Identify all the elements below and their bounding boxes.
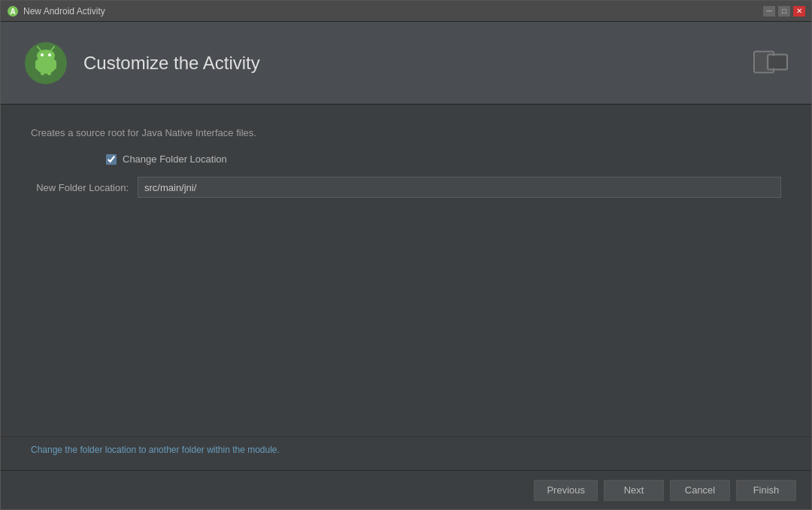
hint-section: Change the folder location to another fo… — [1, 436, 811, 470]
app-icon: A — [7, 5, 19, 17]
previous-button[interactable]: Previous — [534, 480, 598, 501]
header-title: Customize the Activity — [83, 53, 260, 74]
cancel-button[interactable]: Cancel — [670, 480, 730, 501]
window-title: New Android Activity — [23, 6, 105, 17]
description-text: Creates a source root for Java Native In… — [31, 127, 781, 138]
svg-rect-16 — [769, 56, 786, 68]
folder-location-label: New Folder Location: — [31, 182, 129, 193]
title-bar-left: A New Android Activity — [7, 5, 105, 17]
footer: Previous Next Cancel Finish — [1, 470, 811, 509]
title-bar: A New Android Activity ─ □ ✕ — [1, 1, 811, 22]
folder-location-row: New Folder Location: — [31, 177, 781, 198]
android-logo — [23, 41, 68, 86]
svg-rect-4 — [35, 60, 39, 69]
svg-rect-7 — [47, 69, 51, 75]
svg-rect-6 — [41, 69, 44, 75]
svg-point-8 — [37, 50, 55, 62]
content-inner: Creates a source root for Java Native In… — [1, 105, 811, 436]
content-spacer — [31, 198, 781, 421]
layout-icon-container — [753, 48, 789, 77]
folder-location-input[interactable] — [138, 177, 781, 198]
svg-text:A: A — [10, 8, 15, 16]
checkbox-label: Change Folder Location — [123, 153, 227, 165]
header-section: Customize the Activity — [1, 22, 811, 105]
window-controls: ─ □ ✕ — [763, 6, 805, 17]
main-window: A New Android Activity ─ □ ✕ Customize — [0, 0, 812, 510]
hint-text: Change the folder location to another fo… — [31, 445, 781, 455]
svg-point-10 — [48, 53, 51, 56]
minimize-button[interactable]: ─ — [763, 6, 775, 17]
maximize-button[interactable]: □ — [778, 6, 790, 17]
finish-button[interactable]: Finish — [736, 480, 796, 501]
close-button[interactable]: ✕ — [793, 6, 805, 17]
layout-icon — [753, 48, 789, 75]
change-folder-checkbox[interactable] — [106, 154, 117, 165]
content-area: Creates a source root for Java Native In… — [1, 105, 811, 470]
checkbox-row: Change Folder Location — [106, 153, 781, 165]
svg-rect-5 — [53, 60, 56, 69]
next-button[interactable]: Next — [604, 480, 664, 501]
svg-point-9 — [41, 53, 44, 56]
